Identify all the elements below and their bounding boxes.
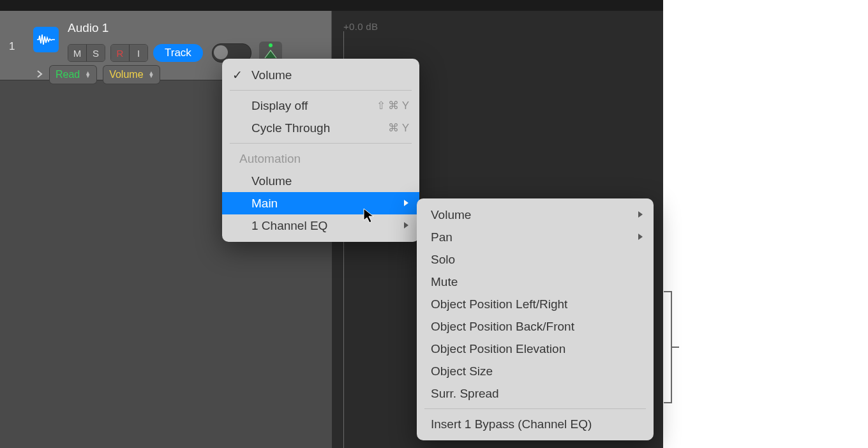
input-monitor-button[interactable]: I: [130, 45, 147, 61]
mute-solo-group: M S: [68, 44, 105, 62]
automation-track-button[interactable]: Track: [153, 44, 203, 62]
audio-track-icon[interactable]: [33, 27, 59, 52]
automation-mode-label: Read: [56, 69, 80, 80]
disclosure-chevron-icon[interactable]: [36, 69, 43, 80]
menu-label: Volume: [251, 174, 292, 188]
submenu-arrow-icon: [403, 221, 409, 231]
updown-icon: ▲▼: [149, 71, 154, 78]
shortcut-label: ⌘ Y: [388, 121, 409, 135]
svg-marker-1: [404, 200, 408, 206]
automation-param-menu: ✓ Volume Display off ⇧ ⌘ Y Cycle Through…: [222, 59, 419, 242]
menu-separator: [424, 408, 646, 409]
automation-param-label: Volume: [109, 69, 143, 80]
menu-label: Pan: [431, 230, 453, 244]
submenu-item-mute[interactable]: Mute: [417, 271, 654, 293]
submenu-item-object-position-lr[interactable]: Object Position Left/Right: [417, 293, 654, 315]
submenu-item-object-position-elevation[interactable]: Object Position Elevation: [417, 338, 654, 360]
timeline-ruler[interactable]: [331, 0, 663, 11]
submenu-item-object-position-bf[interactable]: Object Position Back/Front: [417, 315, 654, 338]
menu-item-current[interactable]: ✓ Volume: [222, 64, 419, 86]
menu-label: Surr. Spread: [431, 387, 499, 401]
submenu-item-object-size[interactable]: Object Size: [417, 360, 654, 382]
submenu-item-volume[interactable]: Volume: [417, 204, 654, 226]
active-indicator-icon: [269, 43, 273, 47]
svg-marker-3: [638, 211, 643, 218]
menu-section-header: Automation: [222, 147, 419, 170]
track-header-ruler: [0, 0, 332, 11]
menu-label: Main: [251, 197, 278, 211]
menu-item-channel-eq[interactable]: 1 Channel EQ: [222, 214, 419, 237]
menu-label: Object Position Elevation: [431, 342, 565, 356]
submenu-arrow-icon: [403, 198, 409, 209]
menu-label: Solo: [431, 253, 455, 267]
submenu-item-solo[interactable]: Solo: [417, 248, 654, 271]
menu-item-cycle-through[interactable]: Cycle Through ⌘ Y: [222, 117, 419, 139]
menu-label: Object Size: [431, 364, 493, 378]
menu-label: Automation: [239, 152, 301, 166]
menu-separator: [230, 90, 412, 91]
svg-marker-0: [265, 50, 276, 58]
toggle-knob: [214, 45, 228, 59]
automation-param-dropdown[interactable]: Volume ▲▼: [103, 65, 160, 84]
menu-item-main[interactable]: Main: [222, 192, 419, 214]
menu-item-display-off[interactable]: Display off ⇧ ⌘ Y: [222, 94, 419, 117]
menu-label: Object Position Back/Front: [431, 320, 574, 334]
mute-button[interactable]: M: [68, 45, 87, 61]
menu-label: Insert 1 Bypass (Channel EQ): [431, 417, 592, 431]
submenu-arrow-icon: [637, 232, 643, 243]
envelope-icon: [264, 49, 278, 59]
shortcut-label: ⇧ ⌘ Y: [377, 99, 409, 112]
solo-button[interactable]: S: [87, 45, 105, 61]
menu-label: Object Position Left/Right: [431, 297, 567, 311]
menu-label: Display off: [251, 99, 308, 113]
menu-label: Volume: [251, 68, 292, 82]
svg-marker-4: [638, 234, 643, 240]
menu-label: Cycle Through: [251, 121, 330, 135]
db-value-label: +0.0 dB: [343, 21, 378, 32]
menu-label: Volume: [431, 208, 471, 222]
menu-separator: [230, 143, 412, 144]
submenu-item-surround-spread[interactable]: Surr. Spread: [417, 382, 654, 405]
track-name[interactable]: Audio 1: [68, 21, 108, 35]
menu-item-volume[interactable]: Volume: [222, 170, 419, 192]
track-number: 1: [9, 40, 15, 53]
rec-input-group: R I: [110, 44, 148, 62]
menu-label: 1 Channel EQ: [251, 219, 327, 233]
submenu-item-pan[interactable]: Pan: [417, 226, 654, 248]
submenu-arrow-icon: [637, 210, 643, 220]
automation-main-submenu: Volume Pan Solo Mute Object Position Lef…: [417, 198, 654, 440]
updown-icon: ▲▼: [85, 71, 91, 78]
automation-mode-dropdown[interactable]: Read ▲▼: [49, 65, 97, 84]
svg-marker-2: [404, 222, 408, 228]
submenu-item-insert-bypass[interactable]: Insert 1 Bypass (Channel EQ): [417, 413, 654, 435]
record-enable-button[interactable]: R: [111, 45, 130, 61]
menu-label: Mute: [431, 275, 458, 289]
doc-margin: [663, 0, 868, 448]
checkmark-icon: ✓: [232, 68, 243, 82]
